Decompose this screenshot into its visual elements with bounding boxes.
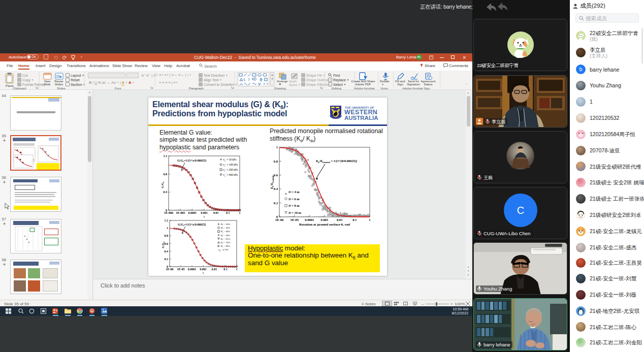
- svg-text:0.8: 0.8: [274, 159, 278, 163]
- svg-text:0.01: 0.01: [337, 218, 343, 221]
- svg-text:0.2: 0.2: [165, 258, 169, 261]
- svg-text:Rotation at ground surface θ,: Rotation at ground surface θ, rad: [299, 222, 350, 227]
- svg-text:1: 1: [369, 218, 370, 221]
- svg-text:0.001: 0.001: [321, 218, 329, 221]
- svg-text:D = 6 m: D = 6 m: [288, 197, 300, 201]
- svg-text:0.4: 0.4: [274, 187, 278, 190]
- svg-text:G/G₀=1/(1+γ/0.00025): G/G₀=1/(1+γ/0.00025): [177, 158, 206, 163]
- svg-text:D = 8 m: D = 8 m: [288, 204, 300, 207]
- svg-text:0.1: 0.1: [226, 211, 230, 214]
- svg-text:0.01: 0.01: [212, 268, 217, 271]
- svg-text:0.01: 0.01: [213, 211, 219, 214]
- svg-text:0.1: 0.1: [223, 268, 228, 271]
- svg-text:G/G₀: G/G₀: [162, 241, 165, 248]
- svg-text:Kθ/Kθ,initial: Kθ/Kθ,initial: [270, 175, 274, 189]
- svg-text:1: 1: [239, 211, 241, 214]
- svg-text:0.2: 0.2: [274, 201, 278, 205]
- svg-text:0.4: 0.4: [164, 190, 168, 194]
- svg-text:0.0001: 0.0001: [305, 218, 314, 221]
- svg-text:0.001: 0.001: [201, 211, 208, 214]
- svg-text:1E-005: 1E-005: [176, 211, 185, 214]
- svg-text:0.001: 0.001: [200, 268, 207, 271]
- svg-text:1: 1: [236, 268, 238, 271]
- svg-text:γ: γ: [202, 271, 204, 274]
- svg-text:0.1: 0.1: [352, 218, 357, 221]
- svg-text:1: 1: [167, 227, 168, 230]
- svg-text:1E-006: 1E-006: [164, 211, 173, 214]
- svg-text:1E-05: 1E-05: [290, 218, 299, 221]
- svg-text:1E-05: 1E-05: [177, 268, 185, 271]
- svg-text:1E-06: 1E-06: [166, 268, 174, 271]
- svg-text:0.6: 0.6: [274, 173, 278, 177]
- svg-text:G/G₀=1/(1+γ/0.00025): G/G₀=1/(1+γ/0.00025): [178, 223, 206, 227]
- svg-text:D = 4 m: D = 4 m: [288, 190, 300, 194]
- svg-text:γ: γ: [203, 215, 205, 218]
- svg-text:0.6: 0.6: [165, 242, 169, 245]
- svg-text:1: 1: [276, 145, 278, 149]
- svg-text:1.2: 1.2: [165, 219, 169, 222]
- svg-text:0.0001: 0.0001: [188, 211, 197, 214]
- svg-text:0.4: 0.4: [165, 250, 169, 253]
- svg-text:0.8: 0.8: [165, 234, 169, 237]
- svg-text:1.2: 1.2: [164, 154, 168, 157]
- svg-text:0.8: 0.8: [164, 173, 168, 176]
- svg-text:D = 10 m: D = 10 m: [288, 211, 301, 214]
- svg-text:G/G₀: G/G₀: [161, 181, 164, 188]
- svg-text:1E-06: 1E-06: [275, 218, 284, 221]
- svg-text:0.0001: 0.0001: [188, 268, 197, 271]
